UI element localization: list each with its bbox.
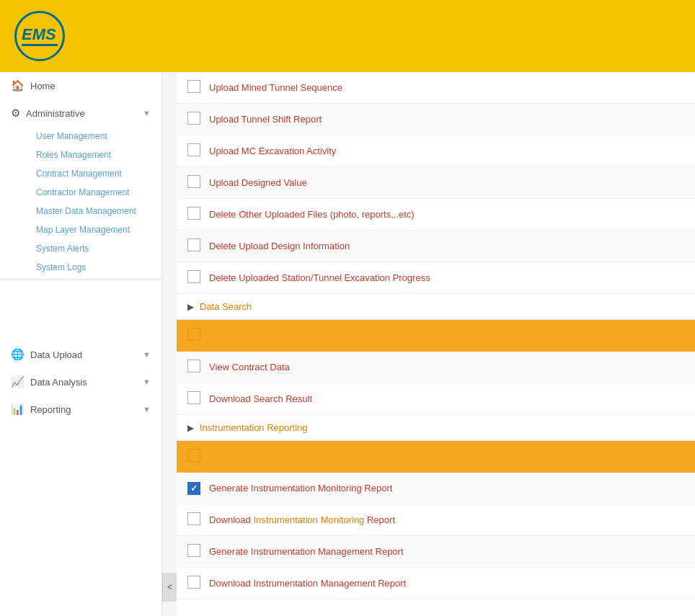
perm-label-delete-uploaded-station: Delete Uploaded Station/Tunnel Excavatio… — [209, 272, 430, 283]
checkbox-cell-6 — [187, 238, 209, 254]
sidebar-item-data-analysis-label: Data Analysis — [30, 377, 87, 388]
checkbox-cell-11 — [187, 512, 209, 528]
sidebar-item-map-layer-management[interactable]: Map Layer Management — [29, 220, 161, 239]
checkbox-cell-4 — [187, 175, 209, 191]
checkbox-cell-data-search-all — [187, 328, 209, 344]
perm-label-download-instr-monitoring-report: Download Instrumentation Monitoring Repo… — [209, 514, 395, 525]
checkbox-delete-uploaded-station[interactable] — [187, 270, 200, 283]
chevron-down-icon-3: ▼ — [143, 378, 151, 386]
sidebar-item-data-analysis[interactable]: 📈 Data Analysis ▼ — [0, 368, 161, 396]
perm-row-data-search-all — [177, 320, 695, 352]
sidebar-item-administrative[interactable]: ⚙ Administrative ▼ — [0, 99, 161, 127]
sidebar-item-master-data-management[interactable]: Master Data Management — [29, 202, 161, 220]
perm-label-delete-upload-design: Delete Upload Design Information — [209, 241, 350, 251]
checkbox-data-search-all[interactable] — [187, 328, 200, 341]
checkbox-cell-13 — [187, 576, 209, 592]
perm-row-generate-instr-monitoring-report: Generate Instrumentation Monitoring Repo… — [177, 473, 695, 504]
sidebar-item-system-alerts[interactable]: System Alerts — [29, 239, 161, 258]
sidebar-item-reporting[interactable]: 📊 Reporting ▼ — [0, 396, 161, 423]
checkbox-cell-12 — [187, 544, 209, 560]
data-search-section-title: Data Search — [200, 301, 252, 312]
sidebar-item-contract-management[interactable]: Contract Management — [29, 164, 161, 183]
checkbox-cell-7 — [187, 270, 209, 286]
sidebar-item-data-upload[interactable]: 🌐 Data Upload ▼ — [0, 341, 161, 368]
perm-label-upload-mined-tunnel: Upload Mined Tunnel Sequence — [209, 82, 342, 93]
perm-row-download-instr-management-report: Download Instrumentation Management Repo… — [177, 568, 695, 599]
sidebar-collapse-button[interactable]: < — [162, 573, 177, 602]
perm-label-generate-instr-management-report: Generate Instrumentation Management Repo… — [209, 546, 404, 557]
sidebar-divider-1 — [0, 280, 161, 280]
checkbox-download-instr-monitoring-report[interactable] — [187, 512, 200, 525]
perm-label-delete-other-files: Delete Other Uploaded Files (photo, repo… — [209, 209, 415, 220]
checkbox-cell-10 — [187, 481, 209, 495]
home-icon: 🏠 — [11, 79, 25, 92]
instrumentation-reporting-section-title: Instrumentation Reporting — [200, 422, 308, 433]
perm-row-generate-instr-management-report: Generate Instrumentation Management Repo… — [177, 536, 695, 568]
perm-row-upload-tunnel-shift: Upload Tunnel Shift Report — [177, 104, 695, 135]
highlight-monitoring: Instrumentation Monitoring — [253, 514, 364, 525]
instrumentation-reporting-section-toggle[interactable]: ▶ Instrumentation Reporting — [177, 415, 695, 441]
checkbox-upload-mc-excavation[interactable] — [187, 143, 200, 156]
sidebar-item-roles-management[interactable]: Roles Management — [29, 146, 161, 164]
checkbox-upload-mined-tunnel[interactable] — [187, 80, 200, 93]
perm-label-upload-tunnel-shift: Upload Tunnel Shift Report — [209, 114, 322, 125]
perm-row-view-contract-data: View Contract Data — [177, 352, 695, 383]
checkbox-upload-designed-value[interactable] — [187, 175, 200, 188]
checkbox-instr-reporting-all[interactable] — [187, 449, 200, 462]
sidebar-item-reporting-label: Reporting — [30, 404, 71, 415]
chart-line-icon: 📈 — [11, 375, 25, 388]
perm-label-generate-instr-monitoring-report: Generate Instrumentation Monitoring Repo… — [209, 483, 392, 494]
checkbox-cell-2 — [187, 112, 209, 128]
perm-row-instr-reporting-all — [177, 441, 695, 473]
chevron-right-icon: ▶ — [187, 302, 194, 312]
checkbox-view-contract-data[interactable] — [187, 360, 200, 372]
chevron-down-icon-2: ▼ — [143, 350, 151, 359]
perm-row-delete-uploaded-station: Delete Uploaded Station/Tunnel Excavatio… — [177, 262, 695, 294]
checkbox-cell — [187, 80, 209, 96]
sidebar-item-home-label: Home — [30, 81, 56, 91]
checkbox-cell-9 — [187, 391, 209, 407]
logo-underline — [22, 44, 58, 46]
sidebar-item-user-management[interactable]: User Management — [29, 127, 161, 146]
perm-row-download-instr-monitoring-report: Download Instrumentation Monitoring Repo… — [177, 504, 695, 536]
checkbox-upload-tunnel-shift[interactable] — [187, 112, 200, 125]
checkbox-cell-3 — [187, 143, 209, 159]
sidebar-item-contractor-management[interactable]: Contractor Management — [29, 183, 161, 202]
perm-label-view-contract-data: View Contract Data — [209, 362, 290, 372]
perm-row-download-search-result: Download Search Result — [177, 383, 695, 415]
checkbox-delete-other-files[interactable] — [187, 207, 200, 220]
checkbox-cell-5 — [187, 207, 209, 223]
app-header: EMS — [0, 0, 695, 72]
checkbox-delete-upload-design[interactable] — [187, 238, 200, 251]
sidebar-item-home[interactable]: 🏠 Home — [0, 72, 161, 99]
perm-label-download-instr-management-report: Download Instrumentation Management Repo… — [209, 578, 406, 589]
checkbox-generate-instr-monitoring-report[interactable] — [187, 482, 200, 495]
perm-row-upload-mined-tunnel: Upload Mined Tunnel Sequence — [177, 72, 695, 104]
checkbox-download-search-result[interactable] — [187, 391, 200, 404]
globe-icon: 🌐 — [11, 348, 25, 361]
perm-label-upload-designed-value: Upload Designed Value — [209, 177, 307, 188]
bar-chart-icon: 📊 — [11, 403, 25, 416]
perm-row-upload-designed-value: Upload Designed Value — [177, 167, 695, 199]
sidebar-item-system-logs[interactable]: System Logs — [29, 258, 161, 277]
logo-text: EMS — [22, 27, 58, 43]
sidebar-item-data-upload-label: Data Upload — [30, 349, 82, 360]
checkbox-cell-8 — [187, 360, 209, 375]
checkbox-generate-instr-management-report[interactable] — [187, 544, 200, 557]
gear-icon: ⚙ — [11, 107, 20, 120]
sidebar: 🏠 Home ⚙ Administrative ▼ User Managemen… — [0, 72, 162, 616]
sidebar-sub-administrative: User Management Roles Management Contrac… — [0, 127, 161, 277]
checkbox-cell-instr-reporting-all — [187, 449, 209, 465]
main-layout: 🏠 Home ⚙ Administrative ▼ User Managemen… — [0, 72, 695, 616]
data-search-section-toggle[interactable]: ▶ Data Search — [177, 294, 695, 320]
checkbox-download-instr-management-report[interactable] — [187, 576, 200, 589]
perm-row-delete-other-files: Delete Other Uploaded Files (photo, repo… — [177, 199, 695, 231]
content-area: Upload Mined Tunnel Sequence Upload Tunn… — [177, 72, 695, 616]
perm-row-delete-upload-design: Delete Upload Design Information — [177, 231, 695, 262]
logo: EMS — [14, 11, 65, 61]
chevron-right-icon-2: ▶ — [187, 423, 194, 433]
chevron-down-icon: ▼ — [143, 109, 151, 117]
chevron-down-icon-4: ▼ — [143, 405, 151, 414]
perm-label-download-search-result: Download Search Result — [209, 393, 312, 404]
perm-label-upload-mc-excavation: Upload MC Excavation Activity — [209, 146, 336, 156]
